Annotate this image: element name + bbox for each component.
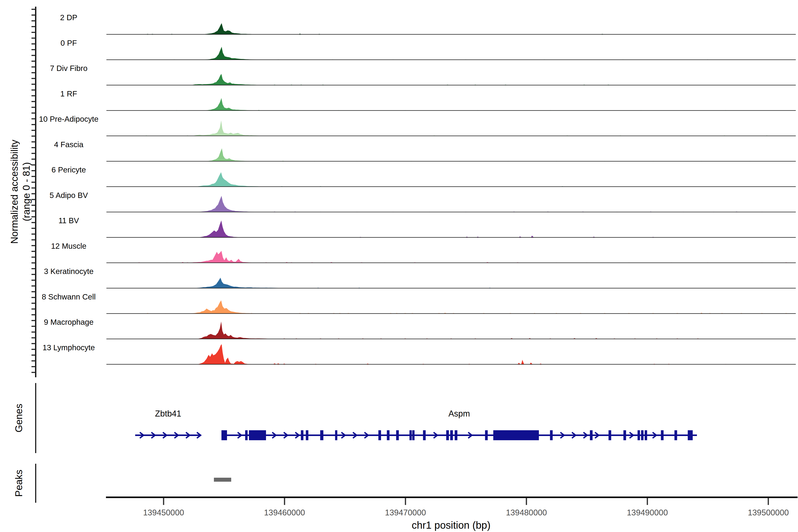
- signal-blip: [521, 360, 524, 364]
- peak-region-bar: [214, 478, 231, 482]
- signal-track-11-BV: [198, 221, 245, 238]
- track-label: 0 PF: [29, 38, 109, 48]
- gene-exon: [450, 430, 453, 440]
- gene-exon: [590, 430, 592, 440]
- track-label: 4 Fascia: [29, 139, 109, 150]
- gene-exon: [249, 430, 266, 440]
- gene-exon: [661, 430, 664, 440]
- track-label: 13 Lymphocyte: [29, 342, 109, 353]
- track-label: 9 Macrophage: [29, 317, 109, 327]
- track-label: 1 RF: [29, 89, 109, 99]
- gene-exon: [387, 430, 390, 440]
- track-label: 8 Schwann Cell: [29, 292, 109, 302]
- genome-tracks-canvas: [0, 0, 798, 532]
- gene-exon: [301, 430, 303, 440]
- gene-exon: [412, 430, 415, 440]
- signal-track-8-Schwann-Cell: [189, 300, 261, 314]
- signal-track-4-Fascia: [206, 148, 254, 161]
- gene-exon: [410, 430, 412, 440]
- gene-name-label: Zbtb41: [155, 409, 181, 418]
- track-label: 2 DP: [29, 13, 109, 23]
- track-label: 10 Pre-Adipocyte: [29, 114, 109, 124]
- gene-exon: [378, 430, 381, 440]
- gene-exon: [222, 430, 227, 440]
- x-axis-tick-label: 139480000: [506, 508, 547, 517]
- gene-exon: [335, 430, 337, 440]
- signal-track-6-Pericyte: [196, 172, 268, 187]
- gene-exon: [485, 430, 488, 440]
- track-label: 6 Pericyte: [29, 165, 109, 175]
- gene-exon: [608, 430, 611, 440]
- x-axis-tick-label: 139490000: [627, 508, 668, 517]
- x-axis-tick-label: 139450000: [143, 508, 184, 517]
- signal-track-9-Macrophage: [197, 321, 277, 339]
- gene-exon: [688, 430, 693, 440]
- signal-track-10-Pre-Adipocyte: [193, 120, 265, 136]
- gene-exon: [455, 430, 457, 440]
- y-axis-title-line1: Normalized accessibility: [8, 140, 20, 244]
- x-axis-title: chr1 position (bp): [412, 519, 490, 531]
- gene-exon: [641, 430, 644, 440]
- signal-track-0-PF: [204, 47, 258, 60]
- signal-track-7-Div-Fibro: [191, 74, 264, 85]
- gene-exon: [645, 430, 647, 440]
- signal-track-12-Muscle: [189, 251, 253, 263]
- signal-track-5-Adipo-BV: [197, 196, 258, 212]
- gene-exon: [674, 430, 677, 440]
- gene-exon: [638, 430, 640, 440]
- signal-track-1-RF: [205, 98, 255, 110]
- signal-track-13-Lymphocyte: [197, 344, 254, 364]
- track-label: 11 BV: [29, 215, 109, 226]
- x-axis-tick-label: 139460000: [264, 508, 305, 517]
- gene-exon: [493, 430, 539, 440]
- gene-name-label: Aspm: [449, 409, 470, 418]
- gene-exon: [396, 430, 399, 440]
- signal-track-2-DP: [202, 23, 258, 34]
- gene-exon: [423, 430, 425, 440]
- track-label: 5 Adipo BV: [29, 190, 109, 201]
- x-axis-tick-label: 139500000: [748, 508, 789, 517]
- peaks-section-label: Peaks: [13, 470, 24, 497]
- gene-exon: [446, 430, 449, 440]
- genes-section-label: Genes: [13, 404, 24, 433]
- x-axis-tick-label: 139470000: [385, 508, 426, 517]
- gene-exon: [550, 430, 553, 440]
- gene-exon: [245, 430, 248, 440]
- gene-exon: [306, 430, 308, 440]
- track-label: 3 Keratinocyte: [29, 266, 109, 277]
- track-label: 12 Muscle: [29, 241, 109, 251]
- gene-exon: [320, 430, 323, 440]
- coverage-plot-figure: Normalized accessibility (range 0 - 81) …: [0, 0, 798, 532]
- signal-track-3-Keratinocyte: [194, 278, 303, 288]
- gene-exon: [623, 430, 626, 440]
- track-label: 7 Div Fibro: [29, 63, 109, 73]
